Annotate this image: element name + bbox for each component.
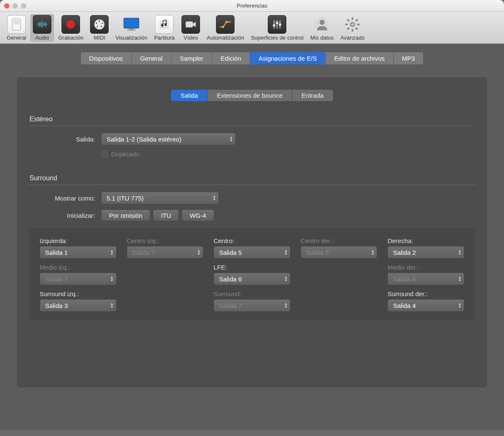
tab-bounce-extensions[interactable]: Extensiones de bounce (208, 90, 292, 101)
stereo-output-label: Salida: (29, 136, 101, 143)
tab-file-editor[interactable]: Editor de archivos (325, 52, 393, 64)
io-panel: Salida Extensiones de bounce Entrada Est… (17, 77, 487, 388)
svg-rect-37 (352, 17, 353, 20)
center-popup[interactable]: Salida 5▲▼ (213, 246, 291, 259)
tab-salida[interactable]: Salida (171, 90, 208, 101)
svg-rect-25 (186, 21, 193, 27)
svg-rect-18 (124, 18, 139, 28)
updown-icon: ▲▼ (197, 249, 200, 255)
left-popup[interactable]: Salida 1▲▼ (40, 246, 117, 259)
updown-icon: ▲▼ (229, 136, 233, 142)
record-icon (61, 15, 80, 34)
svg-rect-40 (357, 24, 360, 25)
svg-point-16 (97, 26, 98, 27)
toolbar-item-label: Avanzado (341, 35, 365, 41)
show-as-value: 5.1 (ITU 775) (107, 195, 144, 202)
svg-rect-39 (345, 24, 348, 25)
svg-rect-1 (13, 20, 19, 24)
tab-dispositivos[interactable]: Dispositivos (81, 52, 132, 64)
svg-point-17 (101, 26, 102, 27)
mirror-label: Duplicado (111, 150, 139, 158)
right-popup[interactable]: Salida 2▲▼ (387, 246, 464, 259)
lfe-popup[interactable]: Salida 6▲▼ (213, 273, 291, 285)
mid-left-label: Medio izq.: (40, 264, 117, 271)
toolbar-item-midi[interactable]: MIDI (88, 14, 111, 42)
updown-icon: ▲▼ (284, 302, 288, 308)
svg-rect-31 (273, 24, 275, 27)
tab-sampler[interactable]: Sampler (171, 52, 212, 64)
audio-subtabs: Dispositivos General Sampler Edición Asi… (81, 52, 424, 64)
updown-icon: ▲▼ (371, 249, 374, 255)
surround-right-popup[interactable]: Salida 4▲▼ (387, 299, 464, 312)
svg-rect-41 (355, 19, 358, 22)
toolbar-item-label: MIDI (94, 35, 105, 41)
updown-icon: ▲▼ (284, 276, 288, 282)
tab-general[interactable]: General (132, 52, 171, 64)
toolbar-item-label: Superficies de control (251, 35, 304, 41)
faders-icon (268, 15, 286, 34)
svg-rect-38 (352, 29, 353, 32)
io-mode-tabs: Salida Extensiones de bounce Entrada (171, 90, 333, 101)
svg-rect-33 (279, 24, 281, 26)
svg-point-45 (351, 23, 354, 26)
center-left-popup: Salida 7▲▼ (127, 246, 204, 259)
center-label: Centro: (213, 237, 291, 244)
updown-icon: ▲▼ (458, 302, 461, 308)
tab-edicion[interactable]: Edición (212, 52, 250, 64)
show-as-popup[interactable]: 5.1 (ITU 775) ▲▼ (101, 192, 219, 204)
window-title: Preferencias (0, 3, 504, 9)
center-left-label: Centro izq.: (127, 237, 204, 244)
toolbar-item-label: Mis datos (310, 35, 334, 41)
toolbar-item-my-info[interactable]: Mis datos (308, 14, 336, 42)
show-as-label: Mostrar como: (29, 195, 101, 202)
preferences-window: Preferencias General Audio Grabación (0, 0, 504, 436)
video-icon (181, 15, 200, 34)
toolbar-item-score[interactable]: Partitura (152, 14, 177, 42)
tab-entrada[interactable]: Entrada (292, 90, 333, 101)
init-itu-button[interactable]: ITU (153, 209, 179, 221)
center-right-label: Centro der.: (301, 237, 378, 244)
svg-rect-43 (347, 19, 350, 22)
toolbar-item-display[interactable]: Visualización (113, 14, 150, 42)
toolbar-item-video[interactable]: Vídeo (179, 14, 203, 42)
updown-icon: ▲▼ (110, 249, 114, 255)
mirror-checkbox[interactable] (101, 151, 108, 158)
svg-point-15 (102, 23, 103, 24)
init-wg4-button[interactable]: WG-4 (181, 209, 214, 221)
right-label: Derecha: (387, 237, 464, 244)
stereo-output-value: Salida 1-2 (Salida estéreo) (107, 136, 181, 143)
stereo-output-popup[interactable]: Salida 1-2 (Salida estéreo) ▲▼ (101, 133, 236, 145)
mid-left-popup: Salida 7▲▼ (40, 273, 117, 285)
svg-point-14 (96, 23, 97, 24)
svg-point-11 (67, 20, 75, 29)
display-icon (122, 15, 141, 34)
surround-right-label: Surround der.: (387, 290, 464, 297)
updown-icon: ▲▼ (284, 249, 288, 255)
automation-icon (216, 15, 235, 34)
svg-rect-20 (127, 29, 136, 31)
toolbar-item-control-surfaces[interactable]: Superficies de control (248, 14, 306, 42)
tab-io-assignments[interactable]: Asignaciones de E/S (250, 52, 325, 64)
toolbar-item-audio[interactable]: Audio (30, 14, 54, 42)
content-area: Dispositivos General Sampler Edición Asi… (0, 44, 504, 430)
toolbar-item-advanced[interactable]: Avanzado (338, 14, 368, 42)
toolbar-item-label: Visualización (115, 35, 147, 41)
section-stereo-title: Estéreo (29, 115, 475, 126)
surround-grid: Izquierda: Salida 1▲▼ Centro izq.: Salid… (29, 229, 475, 320)
toolbar-item-label: Grabación (58, 35, 83, 41)
mid-right-label: Medio der.: (387, 264, 464, 271)
toolbar-item-automation[interactable]: Automatización (204, 14, 247, 42)
surround-left-popup[interactable]: Salida 3▲▼ (40, 299, 117, 312)
tab-mp3[interactable]: MP3 (394, 52, 424, 64)
gear-icon (343, 15, 362, 34)
svg-point-27 (226, 21, 228, 23)
toolbar-item-general[interactable]: General (4, 14, 29, 42)
surround-left-label: Surround izq.: (40, 290, 117, 297)
toolbar: General Audio Grabación MIDI Visualizaci (0, 12, 504, 44)
person-icon (313, 15, 331, 34)
toolbar-item-label: Audio (35, 35, 49, 41)
init-default-button[interactable]: Por omisión (101, 209, 150, 221)
updown-icon: ▲▼ (110, 276, 114, 282)
toolbar-item-recording[interactable]: Grabación (56, 14, 86, 42)
svg-point-35 (320, 20, 325, 25)
